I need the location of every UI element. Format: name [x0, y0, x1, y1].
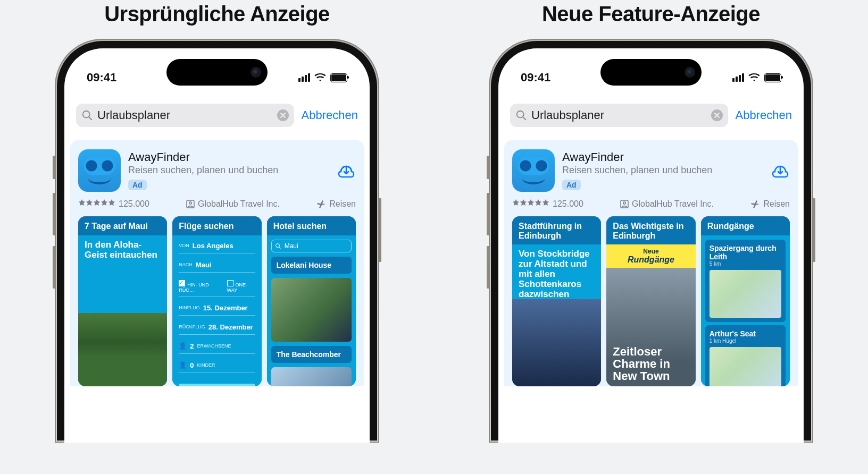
app-subtitle: Reisen suchen, planen und buchen: [128, 165, 329, 176]
cancel-button[interactable]: Abbrechen: [736, 108, 792, 122]
search-term: Urlaubsplaner: [531, 108, 707, 122]
svg-point-3: [189, 202, 191, 204]
heading-feature: Neue Feature-Anzeige: [542, 2, 760, 26]
category-label: Reisen: [750, 199, 790, 209]
search-term: Urlaubsplaner: [97, 108, 273, 122]
developer-icon: [620, 200, 629, 208]
category-label: Reisen: [316, 199, 356, 209]
feature-banner: Neue Rundgänge: [606, 244, 695, 268]
svg-line-1: [89, 117, 92, 120]
developer-label: GlobalHub Travel Inc.: [186, 199, 280, 209]
screenshot-edinburgh-highlights: Das Wichtigste in Edinburgh Neue Rundgän…: [606, 216, 695, 386]
svg-point-9: [623, 202, 625, 204]
search-input[interactable]: Urlaubsplaner: [510, 104, 728, 127]
screenshots-carousel[interactable]: Stadtführung in Edinburgh Von Stockbridg…: [512, 216, 790, 386]
status-time: 09:41: [87, 71, 116, 84]
search-input[interactable]: Urlaubsplaner: [76, 104, 294, 127]
hotel-photo-2: [271, 367, 352, 386]
search-icon: [81, 109, 93, 121]
developer-label: GlobalHub Travel Inc.: [620, 199, 714, 209]
screenshot-hotels: Hotel suchen Maui Lokelani House The Bea…: [267, 216, 356, 386]
svg-line-5: [279, 247, 280, 248]
app-name: AwayFinder: [562, 151, 763, 164]
ad-badge: Ad: [128, 180, 147, 190]
wifi-icon: [314, 73, 326, 82]
heading-original: Ursprüngliche Anzeige: [104, 2, 330, 26]
download-icon[interactable]: [337, 161, 356, 180]
edinburgh-photo-2: Zeitloser Charme in New Town: [606, 268, 695, 386]
download-icon[interactable]: [771, 161, 790, 180]
svg-point-4: [276, 243, 279, 247]
walk-item: Arthur's Seat 1 km Hügel: [705, 325, 786, 386]
rating-stars: 125.000: [512, 199, 583, 209]
plane-icon: [750, 199, 760, 209]
ratings-count: 125.000: [553, 199, 583, 209]
maui-photo: [78, 313, 167, 386]
dynamic-island: [166, 59, 268, 86]
walk-item: Spaziergang durch Leith 5 km: [705, 240, 786, 322]
app-icon: [512, 149, 555, 192]
screenshot-edinburgh-tour: Stadtführung in Edinburgh Von Stockbridg…: [512, 216, 601, 386]
screenshot-walks: Rundgänge Spaziergang durch Leith 5 km A…: [701, 216, 790, 386]
walk-map-1: [710, 270, 781, 318]
walk-map-2: [710, 347, 781, 386]
developer-icon: [186, 200, 195, 208]
svg-line-7: [523, 117, 526, 120]
ad-result-card[interactable]: AwayFinder Reisen suchen, planen und buc…: [504, 140, 798, 386]
phone-original: 09:41 Urlaubsplaner Abbrechen: [55, 39, 379, 443]
status-time: 09:41: [521, 71, 550, 84]
app-subtitle: Reisen suchen, planen und buchen: [562, 165, 763, 176]
clear-search-icon[interactable]: [277, 109, 289, 121]
app-icon: [78, 149, 121, 192]
ad-badge: Ad: [562, 180, 581, 190]
edinburgh-photo-1: [512, 299, 601, 386]
cellular-icon: [732, 73, 744, 82]
clear-search-icon[interactable]: [711, 109, 723, 121]
search-flights-button: Suchen: [179, 384, 255, 386]
dynamic-island: [600, 59, 702, 86]
hotel-photo-1: [271, 278, 352, 342]
plane-icon: [316, 199, 326, 209]
battery-icon: [330, 73, 347, 82]
cellular-icon: [298, 73, 310, 82]
app-name: AwayFinder: [128, 151, 329, 164]
ad-result-card[interactable]: AwayFinder Reisen suchen, planen und buc…: [70, 140, 364, 386]
rating-stars: 125.000: [78, 199, 149, 209]
screenshot-maui: 7 Tage auf Maui In den Aloha-Geist einta…: [78, 216, 167, 386]
wifi-icon: [748, 73, 760, 82]
phone-feature: 09:41 Urlaubsplaner Abbrechen: [489, 39, 813, 443]
cancel-button[interactable]: Abbrechen: [302, 108, 358, 122]
screenshot-flights: Flüge suchen VONLos Angeles NACHMaui HIN…: [172, 216, 261, 386]
search-icon: [515, 109, 527, 121]
ratings-count: 125.000: [119, 199, 149, 209]
screenshots-carousel[interactable]: 7 Tage auf Maui In den Aloha-Geist einta…: [78, 216, 356, 386]
battery-icon: [764, 73, 781, 82]
